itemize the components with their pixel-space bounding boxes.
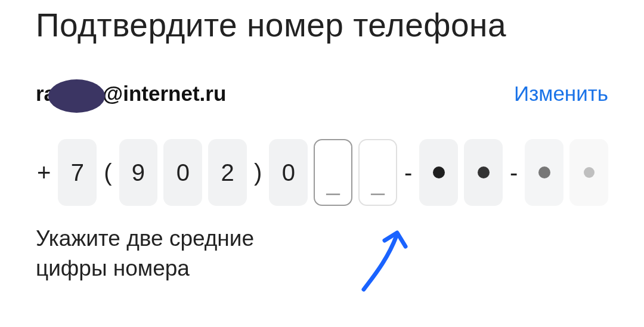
known-digit-1: 0 [269, 139, 308, 206]
dash-1: - [403, 159, 413, 186]
area-digit-2: 0 [163, 139, 202, 206]
masked-digit-3 [525, 139, 564, 206]
plus-sign: + [36, 159, 52, 186]
dash-2: - [509, 159, 519, 186]
close-paren: ) [253, 159, 263, 186]
change-link[interactable]: Изменить [514, 82, 608, 106]
email-suffix: @internet.ru [103, 82, 226, 106]
dot-icon [584, 167, 595, 178]
dot-icon [433, 166, 445, 178]
hint-text: Укажите две средние цифры номера [36, 224, 322, 283]
country-code-box: 7 [58, 139, 97, 206]
hint-row: Укажите две средние цифры номера [36, 224, 608, 295]
masked-digit-2 [464, 139, 503, 206]
phone-input-row: + 7 ( 9 0 2 ) 0 _ _ - - [36, 139, 608, 206]
masked-digit-4 [569, 139, 608, 206]
email-row: ra@internet.ru Изменить [36, 77, 608, 110]
area-digit-3: 2 [208, 139, 247, 206]
arrow-icon [352, 224, 417, 295]
email-display: ra@internet.ru [36, 77, 226, 110]
arrow-wrap [352, 224, 417, 295]
underscore-placeholder: _ [327, 169, 340, 196]
dot-icon [478, 166, 490, 178]
input-digit-2[interactable]: _ [358, 139, 397, 206]
area-digit-1: 9 [119, 139, 158, 206]
input-digit-1[interactable]: _ [314, 139, 352, 206]
masked-digit-1 [419, 139, 458, 206]
page-title: Подтвердите номер телефона [36, 6, 608, 44]
open-paren: ( [103, 159, 113, 186]
dot-icon [538, 166, 550, 178]
redaction-blob [48, 79, 105, 113]
underscore-placeholder: _ [371, 169, 384, 196]
